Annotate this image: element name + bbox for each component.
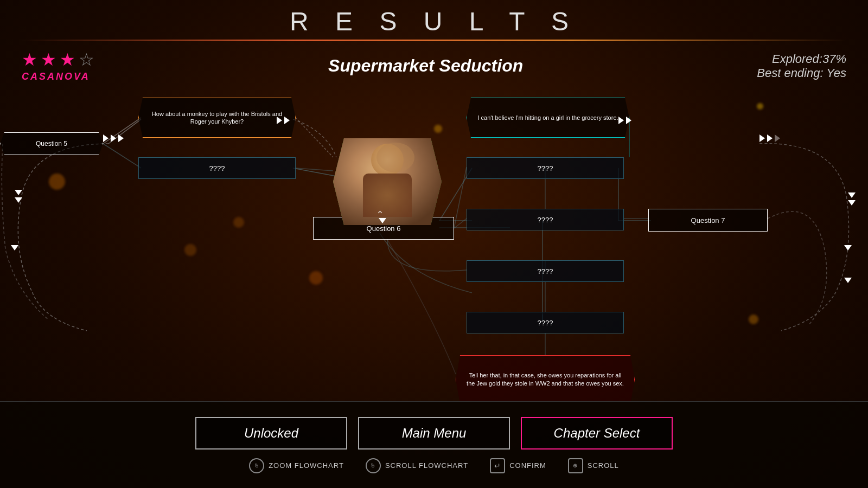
node-cyan-top-right: I can't believe I'm hitting on a girl in… <box>467 98 629 138</box>
node-hidden3: ???? <box>467 209 624 230</box>
rating-label: CASANOVA <box>22 71 90 82</box>
arrows-down-right <box>848 192 856 206</box>
node-hidden1: ???? <box>138 157 296 179</box>
node-hidden4: ???? <box>467 260 624 282</box>
chapter-select-button[interactable]: Chapter Select <box>521 417 673 450</box>
arrows-right-3 <box>760 134 780 142</box>
stats-section: Explored:37% Best ending: Yes <box>757 52 846 80</box>
scroll-control: ⊕ SCROLL <box>568 458 619 473</box>
svg-line-11 <box>103 144 141 168</box>
scroll-label: SCROLL <box>588 461 619 470</box>
scroll-flowchart-control: 🖱 SCROLL FLOWCHART <box>366 458 468 473</box>
node-hidden5: ???? <box>467 312 624 333</box>
bottom-controls: 🖱 ZOOM FLOWCHART 🖱 SCROLL FLOWCHART ↵ CO… <box>249 458 619 473</box>
scroll-flowchart-label: SCROLL FLOWCHART <box>385 461 468 470</box>
arrows-down-left-2 <box>11 245 18 251</box>
zoom-label: ZOOM FLOWCHART <box>269 461 344 470</box>
node-question7: Question 7 <box>648 209 768 232</box>
center-arrow-down <box>380 217 385 224</box>
arrows-down-right-2 <box>844 245 852 251</box>
title-underline <box>22 40 846 41</box>
arrows-left-1 <box>103 134 124 142</box>
node-hidden2: ???? <box>467 157 624 179</box>
node-red-bottom: Tell her that, in that case, she owes yo… <box>456 355 635 401</box>
star-1: ★ <box>22 49 37 70</box>
zoom-flowchart-control: 🖱 ZOOM FLOWCHART <box>249 458 344 473</box>
svg-line-12 <box>296 118 333 157</box>
path-lines-2 <box>0 87 868 401</box>
confirm-label: CONFIRM <box>509 461 546 470</box>
arrows-right-2 <box>618 117 631 124</box>
node-question5: Question 5 <box>0 132 103 155</box>
bottom-bar: Unlocked Main Menu Chapter Select 🖱 ZOOM… <box>0 401 868 488</box>
confirm-icon: ↵ <box>490 458 505 473</box>
flowchart-area: Question 5 How about a monkey to play wi… <box>0 87 868 401</box>
page-title: R E S U L T S <box>0 0 868 36</box>
svg-line-15 <box>454 167 467 228</box>
main-menu-button[interactable]: Main Menu <box>358 417 510 450</box>
node-orange-top-left: How about a monkey to play with the Bris… <box>138 98 296 138</box>
scroll-icon: 🖱 <box>366 458 381 473</box>
arrows-down-left <box>15 190 22 203</box>
subtitle-row: ★ ★ ★ ☆ CASANOVA Supermarket Seduction E… <box>0 44 868 88</box>
rating-section: ★ ★ ★ ☆ CASANOVA <box>22 49 94 82</box>
zoom-icon: 🖱 <box>249 458 264 473</box>
unlocked-button[interactable]: Unlocked <box>195 417 347 450</box>
svg-line-13 <box>296 168 333 171</box>
star-2: ★ <box>41 49 56 70</box>
best-ending-stat: Best ending: Yes <box>757 66 846 80</box>
arrows-down-right-3 <box>844 278 852 283</box>
scroll-dpad-icon: ⊕ <box>568 458 583 473</box>
chapter-title: Supermarket Seduction <box>328 56 523 76</box>
top-section: R E S U L T S ★ ★ ★ ☆ CASANOVA Supermark… <box>0 0 868 87</box>
star-4: ☆ <box>79 49 94 70</box>
confirm-control: ↵ CONFIRM <box>490 458 546 473</box>
arrows-right-1 <box>277 117 290 124</box>
star-3: ★ <box>60 49 75 70</box>
explored-stat: Explored:37% <box>757 52 846 66</box>
stars: ★ ★ ★ ☆ <box>22 49 94 70</box>
bottom-buttons: Unlocked Main Menu Chapter Select <box>195 417 673 450</box>
